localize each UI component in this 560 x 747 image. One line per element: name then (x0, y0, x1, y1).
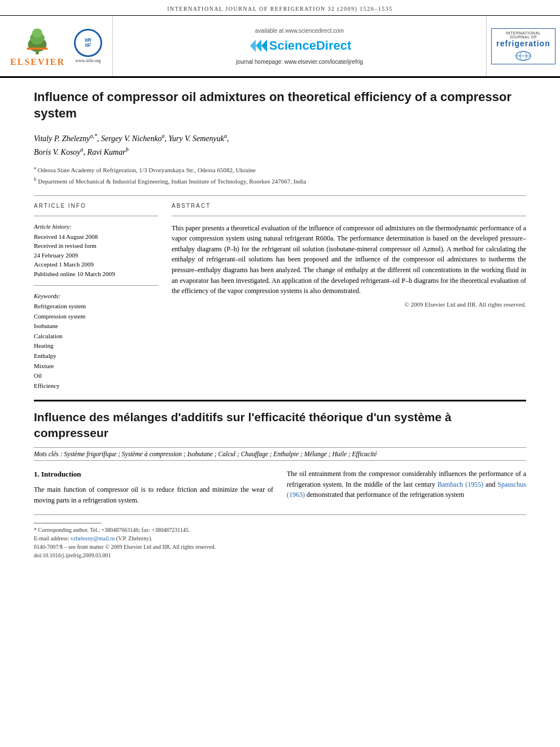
abstract-text: This paper presents a theoretical evalua… (172, 223, 526, 296)
refrig-journal-name: refrigeration (495, 39, 552, 48)
keyword-isobutane: Isobutane (34, 321, 158, 331)
author-ravi: Ravi Kumar (88, 148, 126, 156)
iir-circle-icon: IIRIIF (74, 29, 102, 57)
corresponding-author: * Corresponding author. Tel.: +380487663… (34, 526, 526, 534)
svg-point-3 (32, 28, 42, 37)
abstract-label: Abstract (172, 203, 526, 209)
history-title: Article history: (34, 223, 158, 230)
sciencedirect-text: ScienceDirect (269, 38, 352, 53)
introduction-section: 1. Introduction The main function of com… (34, 469, 526, 505)
affiliation-a: a Odessa State Academy of Refrigeration,… (34, 164, 526, 174)
article-info-abstract: Article Info Article history: Received 1… (34, 203, 526, 391)
affil-sup-a: a (34, 165, 36, 171)
keyword-compression: Compression system (34, 312, 158, 322)
keyword-calculation: Calculation (34, 331, 158, 342)
intro-text-left: The main function of compressor oil is t… (34, 484, 273, 505)
copyright: © 2009 Elsevier Ltd and IIR. All rights … (172, 301, 526, 308)
journal-header: International Journal of Refrigeration 3… (0, 0, 560, 16)
main-content: Influence of compressor oil admixtures o… (0, 78, 560, 571)
divider-keywords (34, 285, 158, 286)
intro-col-right: The oil entrainment from the compressor … (287, 469, 526, 505)
divider-info (34, 216, 158, 216)
keywords-title: Keywords: (34, 292, 158, 299)
svg-marker-5 (250, 40, 256, 52)
affil-sup-b: b (34, 176, 37, 182)
globe-icon (515, 51, 531, 61)
published-date: Published online 10 March 2009 (34, 269, 158, 279)
affiliations: a Odessa State Academy of Refrigeration,… (34, 164, 526, 186)
banner: ELSEVIER IIRIIF www.iifiir.org available… (0, 16, 560, 78)
sup-a1: a,* (90, 133, 97, 139)
keywords-section: Keywords: Refrigeration system Compressi… (34, 292, 158, 391)
author-sep1: , (97, 134, 101, 143)
author-vitaly: Vitaly P. Zhelezny (34, 134, 90, 143)
refrig-globe-icon (515, 50, 532, 62)
intro-two-col: 1. Introduction The main function of com… (34, 469, 526, 505)
publisher-logos: ELSEVIER IIRIIF www.iifiir.org (0, 16, 113, 76)
journal-homepage: journal homepage: www.elsevier.com/locat… (236, 59, 363, 65)
email-label: E-mail address: (34, 535, 69, 541)
affil-b-text: Department of Mechanical & Industrial En… (38, 178, 306, 185)
iir-logo: IIRIIF www.iifiir.org (74, 29, 102, 63)
author-boris: Boris V. Kosoy (34, 148, 81, 156)
author-sep2: , (165, 134, 169, 143)
divider-1 (34, 195, 526, 196)
article-info-label: Article Info (34, 203, 158, 209)
doi-line: doi:10.1016/j.ijrefrig.2009.03.001 (34, 551, 526, 560)
author-sergey: Sergey V. Nichenko (101, 134, 162, 143)
received-revised-label: Received in revised form (34, 241, 158, 251)
divider-abstract (172, 216, 526, 216)
email-link[interactable]: vzhelezny@mail.ru (71, 535, 115, 541)
accepted-date: Accepted 1 March 2009 (34, 260, 158, 269)
page: International Journal of Refrigeration 3… (0, 0, 560, 747)
article-history: Article history: Received 14 August 2008… (34, 223, 158, 279)
section-title: Introduction (41, 470, 81, 478)
svg-rect-4 (27, 47, 48, 50)
footnote-divider (34, 523, 102, 523)
intro-heading: 1. Introduction (34, 469, 273, 480)
corresponding-text: * Corresponding author. Tel.: +380487663… (34, 527, 190, 533)
sciencedirect-logo: ScienceDirect (248, 37, 352, 54)
affiliation-b: b Department of Mechanical & Industrial … (34, 176, 526, 186)
received-date: Received 14 August 2008 (34, 232, 158, 242)
keyword-efficiency: Efficiency (34, 381, 158, 391)
available-text: available at www.sciencedirect.com (255, 28, 344, 34)
svg-marker-7 (261, 40, 267, 52)
sciencedirect-banner: available at www.sciencedirect.com Scien… (113, 16, 487, 76)
keyword-enthalpy: Enthalpy (34, 351, 158, 361)
refrig-logo-box: international journal of refrigeration (491, 28, 555, 64)
journal-logo: international journal of refrigeration (487, 16, 560, 76)
authors: Vitaly P. Zheleznya,*, Sergey V. Nichenk… (34, 132, 526, 159)
journal-title: International Journal of Refrigeration 3… (167, 6, 393, 12)
author-sep3: , (227, 134, 229, 143)
author-sep4: , (84, 148, 88, 156)
article-info-column: Article Info Article history: Received 1… (34, 203, 158, 391)
section-number: 1. (34, 470, 40, 478)
intro-col-left: 1. Introduction The main function of com… (34, 469, 273, 505)
affil-a-text: Odessa State Academy of Refrigeration, 1… (38, 167, 256, 173)
sd-logo-icon (248, 37, 269, 54)
bambach-link[interactable]: Bambach (1955) (438, 480, 483, 488)
keyword-heating: Heating (34, 341, 158, 351)
email-line: E-mail address: vzhelezny@mail.ru (V.P. … (34, 534, 526, 543)
iir-site-text: www.iifiir.org (75, 58, 100, 63)
refrig-journal-prefix: international journal of (495, 31, 552, 39)
keyword-oil: Oil (34, 371, 158, 381)
sup-b1: b (126, 146, 129, 152)
article-title: Influence of compressor oil admixtures o… (34, 89, 526, 121)
keyword-mixture: Mixture (34, 361, 158, 372)
author-yury: Yury V. Semenyuk (169, 134, 224, 143)
rights-line: 0140-7007/$ – see front matter © 2009 El… (34, 543, 526, 551)
email-name: (V.P. Zhelezny). (116, 535, 152, 541)
keyword-refrigeration: Refrigeration system (34, 302, 158, 312)
french-section: Influence des mélanges d'additifs sur l'… (34, 400, 526, 461)
elsevier-logo: ELSEVIER (10, 25, 65, 67)
elsevier-text: ELSEVIER (10, 57, 65, 67)
footer-notes: * Corresponding author. Tel.: +380487663… (34, 514, 526, 560)
elsevier-tree-icon (20, 25, 54, 56)
spauschus-link[interactable]: Spauschus (1963) (287, 480, 526, 499)
intro-text-right: The oil entrainment from the compressor … (287, 469, 526, 500)
french-keywords: Mots clés : Système frigorifique ; Systè… (34, 447, 526, 461)
abstract-column: Abstract This paper presents a theoretic… (172, 203, 526, 391)
revised-date: 24 February 2009 (34, 251, 158, 260)
